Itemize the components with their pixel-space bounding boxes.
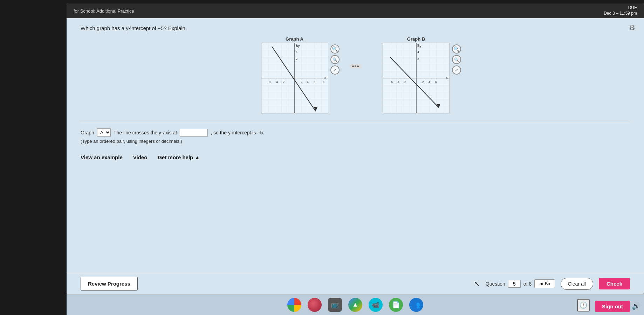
svg-text:Ay: Ay (417, 44, 422, 48)
video-link[interactable]: Video (133, 154, 148, 160)
more-dots-container[interactable] (349, 64, 362, 68)
meet-icon[interactable]: 📹 (369, 298, 383, 312)
graph-b-expand[interactable]: ⤢ (452, 65, 461, 75)
svg-text:2: 2 (422, 80, 424, 84)
svg-text:6: 6 (314, 80, 315, 84)
graph-b-wrapper: Graph B 6 4 2 -6 -4 -2 2 (383, 36, 450, 115)
svg-text:-4: -4 (275, 80, 278, 84)
chrome-icon[interactable] (287, 298, 301, 312)
graph-b-controls: 🔍 🔍 ⤢ (452, 44, 461, 75)
check-button[interactable]: Check (599, 278, 630, 289)
answer-suffix-text: , so the y-intercept is −5. (211, 130, 264, 135)
svg-text:2: 2 (296, 57, 297, 61)
lens-icon[interactable] (308, 298, 322, 312)
graph-b-svg: 6 4 2 -6 -4 -2 2 4 6 x Ay (383, 43, 450, 113)
question-number-input[interactable] (508, 280, 521, 288)
svg-text:-6: -6 (390, 80, 393, 84)
graph-a-container: Ay 6 4 2 -6 -4 -2 2 4 6 8 x (261, 43, 328, 115)
graph-b-zoom-out[interactable]: 🔍 (452, 55, 461, 64)
of-label: of 8 (523, 281, 532, 287)
content-area: ⚙ Which graph has a y-intercept of −5? E… (67, 18, 644, 273)
ordered-pair-input[interactable] (180, 129, 208, 136)
graph-a-controls: 🔍 🔍 ⤢ (330, 44, 340, 75)
svg-text:x: x (446, 76, 448, 79)
svg-text:2: 2 (417, 57, 419, 61)
graph-b-zoom-in[interactable]: 🔍 (452, 44, 461, 54)
people-icon[interactable]: 👥 (409, 298, 423, 312)
graph-a-wrapper: Graph A Ay (261, 36, 328, 115)
more-options-dots[interactable] (349, 64, 362, 68)
svg-text:2: 2 (301, 80, 302, 84)
svg-text:4: 4 (429, 80, 430, 84)
clear-all-button[interactable]: Clear all (561, 278, 593, 290)
answer-subtext: (Type an ordered pair, using integers or… (81, 139, 630, 144)
cursor-arrow-icon: ↖ (474, 279, 480, 288)
taskbar: 📺 ▲ 📹 📄 👥 🕐 Sign out 🔊 (67, 294, 644, 315)
bottom-section: Review Progress ↖ Question of 8 ◄ Ba Cle… (67, 273, 644, 294)
svg-text:6: 6 (296, 43, 297, 47)
dot2 (355, 65, 356, 67)
graph-a-expand[interactable]: ⤢ (330, 65, 340, 75)
svg-text:4: 4 (296, 50, 297, 54)
graph-a-svg: Ay 6 4 2 -6 -4 -2 2 4 6 8 x (261, 43, 328, 113)
svg-text:-6: -6 (268, 80, 271, 84)
divider (81, 123, 630, 123)
graph-b-container: 6 4 2 -6 -4 -2 2 4 6 x Ay (383, 43, 450, 115)
drive-icon[interactable]: ▲ (348, 298, 362, 312)
help-links: View an example Video Get more help ▲ (81, 154, 630, 160)
answer-graph-label: Graph (81, 130, 94, 135)
due-label: DUE (604, 5, 637, 11)
main-screen: for School: Additional Practice DUE Dec … (67, 4, 644, 294)
view-example-link[interactable]: View an example (81, 154, 123, 160)
graphs-container: Graph A Ay (81, 36, 630, 115)
svg-text:-2: -2 (282, 80, 285, 84)
due-date: Dec 3 – 11:59 pm (604, 11, 637, 16)
due-info: DUE Dec 3 – 11:59 pm (604, 5, 637, 16)
graph-a-zoom-in[interactable]: 🔍 (330, 44, 340, 54)
svg-text:4: 4 (307, 80, 309, 84)
graph-a-zoom-out[interactable]: 🔍 (330, 55, 340, 64)
get-more-help-link[interactable]: Get more help ▲ (158, 154, 200, 160)
graph-select[interactable]: A B (97, 128, 111, 136)
answer-row: Graph A B The line crosses the y-axis at… (81, 128, 630, 136)
app-title: for School: Additional Practice (74, 8, 134, 14)
svg-text:4: 4 (417, 50, 419, 54)
bottom-right: ↖ Question of 8 ◄ Ba Clear all Check (474, 278, 630, 290)
svg-text:6: 6 (435, 80, 437, 84)
dot3 (357, 65, 359, 67)
back-button[interactable]: ◄ Ba (534, 279, 555, 288)
svg-text:-4: -4 (397, 80, 399, 84)
clock-icon[interactable]: 🕐 (577, 299, 590, 312)
dot1 (352, 65, 354, 67)
question-text: Which graph has a y-intercept of −5? Exp… (81, 25, 630, 31)
question-label: Question (486, 281, 505, 287)
graph-b-label: Graph B (407, 36, 425, 42)
question-nav: Question of 8 ◄ Ba (486, 279, 555, 288)
svg-text:x: x (324, 76, 326, 79)
files-icon[interactable]: 📄 (389, 298, 403, 312)
sign-out-button[interactable]: Sign out (595, 301, 630, 312)
volume-icon[interactable]: 🔊 (632, 302, 640, 310)
screen-icon[interactable]: 📺 (328, 298, 342, 312)
answer-middle-text: The line crosses the y-axis at (114, 130, 177, 135)
svg-text:8: 8 (323, 80, 324, 84)
top-bar: for School: Additional Practice DUE Dec … (67, 4, 644, 18)
settings-icon[interactable]: ⚙ (629, 23, 639, 33)
review-progress-button[interactable]: Review Progress (81, 277, 138, 290)
svg-text:-2: -2 (403, 80, 406, 84)
graph-a-label: Graph A (286, 36, 303, 42)
